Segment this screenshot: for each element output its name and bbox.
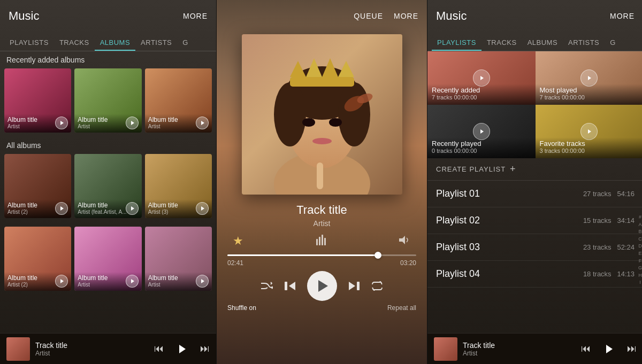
mini-next-btn[interactable]: ⏭ bbox=[200, 343, 210, 354]
playlist-meta-2: 15 tracks 34:14 bbox=[583, 216, 635, 224]
album-all-6[interactable]: Album title Artist bbox=[145, 227, 212, 291]
svg-marker-23 bbox=[289, 282, 295, 290]
next-btn[interactable] bbox=[348, 281, 361, 291]
prev-btn[interactable] bbox=[284, 281, 296, 291]
alpha-g[interactable]: G bbox=[638, 265, 642, 272]
sp-overlay: Recently played 0 tracks 00:00:00 bbox=[427, 137, 536, 158]
mini-track-title-3: Track title bbox=[463, 341, 576, 350]
tab-tracks-1[interactable]: TRACKS bbox=[54, 34, 95, 51]
album-play-btn[interactable] bbox=[196, 117, 209, 129]
tab-playlists-1[interactable]: PLAYLISTS bbox=[4, 34, 54, 51]
playlist-row-2[interactable]: Playlist 02 15 tracks 34:14 bbox=[427, 207, 642, 234]
progress-bar[interactable] bbox=[227, 254, 416, 256]
play-btn[interactable] bbox=[307, 271, 337, 301]
equalizer-icon[interactable] bbox=[315, 235, 328, 248]
smart-playlist-most-played[interactable]: Most played 7 tracks 00:00:00 bbox=[536, 51, 643, 105]
shuffle-btn[interactable] bbox=[261, 281, 273, 291]
queue-btn[interactable]: QUEUE bbox=[354, 12, 383, 20]
svg-rect-20 bbox=[322, 235, 323, 245]
progress-times: 02:41 03:20 bbox=[227, 259, 416, 267]
player-controls bbox=[217, 267, 427, 301]
playlist-name-3: Playlist 03 bbox=[436, 242, 480, 253]
progress-container[interactable]: 02:41 03:20 bbox=[217, 254, 427, 267]
smart-playlist-recently-played[interactable]: Recently played 0 tracks 00:00:00 bbox=[427, 105, 536, 158]
svg-rect-21 bbox=[324, 238, 326, 245]
progress-fill bbox=[227, 254, 378, 256]
sp-overlay: Favorite tracks 3 tracks 00:00:00 bbox=[536, 137, 643, 158]
favorite-icon[interactable]: ★ bbox=[233, 234, 243, 248]
alpha-a[interactable]: A bbox=[638, 221, 642, 228]
mini-controls-3: ⏮ ⏭ bbox=[581, 339, 637, 359]
tab-artists-1[interactable]: ARTISTS bbox=[135, 34, 177, 51]
tab-playlists-3[interactable]: PLAYLISTS bbox=[432, 34, 482, 51]
album-play-btn[interactable] bbox=[126, 202, 139, 215]
player-header: QUEUE MORE bbox=[217, 0, 427, 30]
alpha-e[interactable]: E bbox=[638, 250, 642, 257]
svg-point-6 bbox=[338, 82, 370, 146]
album-recent-3[interactable]: Album title Artist bbox=[145, 68, 212, 133]
album-recent-2[interactable]: Album title Artist bbox=[74, 68, 141, 133]
album-play-btn[interactable] bbox=[196, 275, 209, 288]
mini-prev-btn-3[interactable]: ⏮ bbox=[581, 343, 591, 354]
mini-play-btn-3[interactable] bbox=[599, 339, 618, 359]
alpha-h[interactable]: H bbox=[638, 272, 642, 279]
player-more-btn[interactable]: MORE bbox=[394, 12, 418, 20]
create-playlist-label: CREATE PLAYLIST bbox=[436, 165, 506, 173]
smart-playlist-recently-added[interactable]: Recently added 7 tracks 00:00:00 bbox=[427, 51, 536, 105]
playlists-title: Music bbox=[436, 9, 467, 23]
next-icon bbox=[348, 281, 361, 291]
svg-point-13 bbox=[329, 118, 342, 127]
playlists-mini-player: Track title Artist ⏮ ⏭ bbox=[427, 333, 642, 364]
repeat-label[interactable]: Repeat all bbox=[387, 304, 416, 312]
sp-meta: 7 tracks 00:00:00 bbox=[432, 94, 531, 100]
svg-marker-22 bbox=[399, 236, 405, 244]
smart-playlist-favorite-tracks[interactable]: Favorite tracks 3 tracks 00:00:00 bbox=[536, 105, 643, 158]
playlist-row-3[interactable]: Playlist 03 23 tracks 52:24 bbox=[427, 234, 642, 261]
volume-icon[interactable] bbox=[399, 235, 411, 247]
prev-icon bbox=[284, 281, 296, 291]
player-bottom-labels: Shuffle on Repeat all bbox=[217, 301, 427, 312]
tab-tracks-3[interactable]: TRACKS bbox=[482, 34, 522, 51]
repeat-btn[interactable] bbox=[371, 281, 383, 291]
mini-next-btn-3[interactable]: ⏭ bbox=[627, 343, 637, 354]
albums-mini-player: Track title Artist ⏮ ⏭ bbox=[0, 333, 216, 364]
tab-albums-1[interactable]: ALBUMS bbox=[95, 34, 135, 51]
album-all-1[interactable]: Album title Artist (2) bbox=[4, 154, 71, 218]
alpha-c[interactable]: C bbox=[638, 236, 642, 243]
create-playlist-bar[interactable]: CREATE PLAYLIST + bbox=[427, 158, 642, 181]
shuffle-label[interactable]: Shuffle on bbox=[227, 304, 256, 312]
alpha-d[interactable]: D bbox=[638, 243, 642, 250]
mini-play-btn[interactable] bbox=[172, 339, 192, 359]
album-play-btn[interactable] bbox=[126, 117, 139, 129]
album-all-4[interactable]: Album title Artist (2) bbox=[4, 227, 71, 291]
create-playlist-plus[interactable]: + bbox=[510, 164, 516, 175]
alpha-b[interactable]: B bbox=[638, 228, 642, 235]
albums-title: Music bbox=[9, 9, 39, 23]
albums-more-btn[interactable]: MORE bbox=[183, 12, 208, 20]
alpha-hash[interactable]: # bbox=[638, 214, 642, 221]
playlist-row-1[interactable]: Playlist 01 27 tracks 54:16 bbox=[427, 181, 642, 207]
album-recent-1[interactable]: Album title Artist bbox=[4, 68, 71, 133]
album-all-2[interactable]: Album title Artist (feat.Artist, A... bbox=[74, 154, 141, 218]
mini-info-3: Track title Artist bbox=[463, 341, 576, 357]
playlist-name-2: Playlist 02 bbox=[436, 215, 480, 226]
svg-rect-14 bbox=[317, 162, 323, 189]
tab-artists-3[interactable]: ARTISTS bbox=[563, 34, 605, 51]
alpha-i[interactable]: I bbox=[638, 279, 642, 286]
alpha-f[interactable]: F bbox=[638, 258, 642, 265]
mini-prev-btn[interactable]: ⏮ bbox=[154, 343, 164, 354]
album-all-5[interactable]: Album title Artist bbox=[74, 227, 141, 291]
album-all-3[interactable]: Album title Artist (3) bbox=[145, 154, 212, 218]
playlist-list: Playlist 01 27 tracks 54:16 Playlist 02 … bbox=[427, 181, 642, 288]
album-play-btn[interactable] bbox=[126, 275, 139, 288]
tab-g-1[interactable]: G bbox=[177, 34, 194, 51]
playlists-panel: Music MORE PLAYLISTS TRACKS ALBUMS ARTIS… bbox=[427, 0, 642, 364]
tab-albums-3[interactable]: ALBUMS bbox=[522, 34, 563, 51]
svg-rect-26 bbox=[357, 282, 360, 290]
playlists-more-btn[interactable]: MORE bbox=[610, 12, 635, 20]
tab-g-3[interactable]: G bbox=[605, 34, 621, 51]
album-play-btn[interactable] bbox=[196, 202, 209, 215]
mini-artist: Artist bbox=[35, 350, 149, 357]
mini-info: Track title Artist bbox=[35, 341, 149, 357]
playlist-row-4[interactable]: Playlist 04 18 tracks 14:13 bbox=[427, 261, 642, 288]
